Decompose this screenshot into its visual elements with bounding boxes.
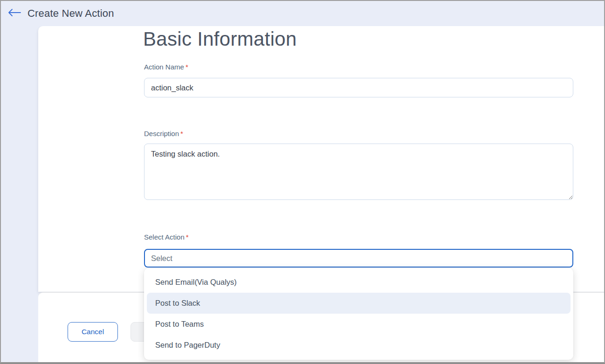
section-title: Basic Information: [143, 28, 297, 50]
description-textarea[interactable]: Testing slack action.: [144, 144, 573, 200]
select-action-dropdown-menu: Send Email(Via Qualys) Post to Slack Pos…: [144, 268, 573, 360]
required-asterisk: *: [186, 63, 188, 71]
dropdown-option-post-to-teams[interactable]: Post to Teams: [144, 314, 573, 335]
select-placeholder: Select: [151, 254, 172, 263]
dropdown-option-post-to-slack[interactable]: Post to Slack: [147, 293, 571, 314]
back-arrow-icon: [8, 9, 21, 18]
dropdown-option-send-to-pagerduty[interactable]: Send to PagerDuty: [144, 335, 573, 356]
create-new-action-page: Create New Action Basic Information Acti…: [0, 0, 605, 364]
dropdown-option-send-email[interactable]: Send Email(Via Qualys): [144, 272, 573, 293]
select-action-label: Select Action*: [144, 233, 189, 241]
action-name-input[interactable]: [144, 78, 573, 97]
page-title: Create New Action: [28, 7, 114, 20]
required-asterisk: *: [186, 233, 189, 241]
description-label: Description*: [144, 130, 183, 137]
page-header: Create New Action: [1, 1, 604, 26]
back-button[interactable]: [7, 7, 21, 21]
select-action-combobox[interactable]: Select: [144, 249, 573, 268]
action-name-label: Action Name*: [144, 63, 188, 71]
cancel-button[interactable]: Cancel: [68, 322, 118, 342]
required-asterisk: *: [180, 130, 183, 137]
